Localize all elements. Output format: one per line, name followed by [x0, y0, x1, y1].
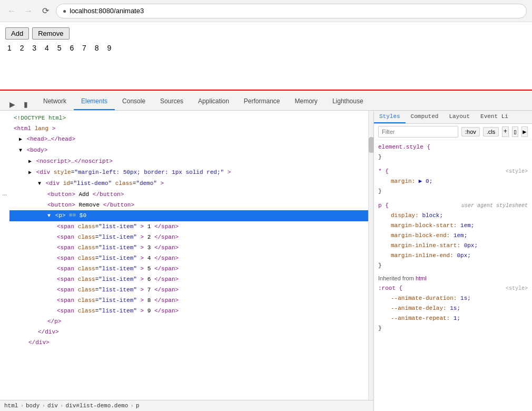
style-close-star: } — [378, 187, 528, 197]
dom-line-btn-add[interactable]: <button> Add </button> — [9, 189, 368, 200]
dom-line-span2[interactable]: <span class="list-item" > 2 </span> — [9, 232, 368, 242]
tab-lighthouse[interactable]: Lighthouse — [325, 91, 371, 110]
style-source-root: <style> — [506, 284, 528, 293]
reload-button[interactable]: ⟳ — [39, 5, 52, 17]
breadcrumb-div[interactable]: div — [47, 403, 58, 409]
dom-line-span4[interactable]: <span class="list-item" > 4 </span> — [9, 253, 368, 263]
tab-application[interactable]: Application — [191, 91, 237, 110]
page-numbers: 1 2 3 4 5 6 7 8 9 — [5, 44, 527, 52]
dom-line-span8[interactable]: <span class="list-item" > 8 </span> — [9, 295, 368, 306]
tab-memory[interactable]: Memory — [288, 91, 325, 110]
style-selector-star: * { <style> — [378, 167, 528, 177]
dom-line-div-close1[interactable]: </div> — [9, 327, 368, 337]
device-icon[interactable]: ▮ — [20, 99, 32, 110]
page-buttons: Add Remove — [5, 27, 527, 40]
style-block-star: * { <style> margin: ▶ 0; } — [378, 167, 528, 197]
ellipsis-button[interactable]: … — [0, 189, 9, 198]
breadcrumb-body[interactable]: body — [26, 403, 40, 409]
dom-line-head[interactable]: ▶ <head>…</head> — [9, 134, 368, 145]
styles-toolbar: :hov .cls + ▯ ▶ — [374, 124, 532, 140]
style-source-star: <style> — [506, 167, 528, 176]
dom-line-p[interactable]: ▼ <p> == $0 — [9, 210, 368, 221]
tab-network[interactable]: Network — [36, 91, 74, 110]
breadcrumb-html[interactable]: html — [4, 403, 18, 409]
dom-line-btn-remove[interactable]: <button> Remove </button> — [9, 200, 368, 210]
style-prop-repeat[interactable]: --animate-repeat: 1; — [378, 314, 528, 324]
dom-line-span7[interactable]: <span class="list-item" > 7 </span> — [9, 285, 368, 295]
dom-breadcrumb: html › body › div › div#list-demo.demo ›… — [0, 400, 373, 411]
ellipsis-col: … — [0, 111, 9, 400]
styles-panel: Styles Computed Layout Event Li :hov .cl… — [374, 111, 532, 411]
styles-tab-layout[interactable]: Layout — [444, 111, 475, 123]
lock-icon: ● — [63, 7, 66, 15]
style-selector-p: p { user agent stylesheet — [378, 201, 528, 211]
inherited-header: Inherited from html — [378, 275, 528, 281]
add-style-button[interactable]: + — [502, 126, 508, 137]
styles-filter-input[interactable] — [378, 126, 458, 138]
style-prop-mbe[interactable]: margin-block-end: 1em; — [378, 231, 528, 241]
style-prop-display[interactable]: display: block; — [378, 211, 528, 221]
more-style-button[interactable]: ▶ — [521, 126, 528, 137]
style-close-root: } — [378, 324, 528, 334]
styles-tab-computed[interactable]: Computed — [406, 111, 444, 123]
style-selector-element: element.style { — [378, 142, 528, 152]
dom-scroll-container: … <!DOCTYPE html> <html lang > ▶ — [0, 111, 373, 400]
styles-content: element.style { } * { <style> margin: ▶ … — [374, 140, 532, 411]
styles-tab-eventli[interactable]: Event Li — [475, 111, 514, 123]
styles-tabs: Styles Computed Layout Event Li — [374, 111, 532, 124]
style-close-p: } — [378, 261, 528, 271]
dom-line-span5[interactable]: <span class="list-item" > 5 </span> — [9, 263, 368, 274]
dom-panel: … <!DOCTYPE html> <html lang > ▶ — [0, 111, 374, 411]
style-source-p: user agent stylesheet — [461, 201, 528, 210]
styles-tab-styles[interactable]: Styles — [374, 111, 406, 123]
dom-line-div-style[interactable]: ▶ <div style="margin-left: 50px; border:… — [9, 167, 368, 178]
back-button[interactable]: ← — [5, 5, 18, 17]
dom-line-noscript[interactable]: ▶ <noscript>…</noscript> — [9, 156, 368, 167]
dom-scrollbar[interactable] — [368, 111, 373, 400]
dom-line-span3[interactable]: <span class="list-item" > 3 </span> — [9, 242, 368, 253]
devtools-panel: ▶ ▮ Network Elements Console Sources App… — [0, 91, 532, 411]
style-prop-mbs[interactable]: margin-block-start: 1em; — [378, 221, 528, 231]
devtools-tabs: ▶ ▮ Network Elements Console Sources App… — [0, 91, 532, 111]
devtools-body: … <!DOCTYPE html> <html lang > ▶ — [0, 111, 532, 411]
tab-sources[interactable]: Sources — [153, 91, 191, 110]
cls-button[interactable]: .cls — [483, 127, 499, 136]
style-prop-mis[interactable]: margin-inline-start: 0px; — [378, 241, 528, 251]
style-block-p: p { user agent stylesheet display: block… — [378, 201, 528, 271]
dom-line-span9[interactable]: <span class="list-item" > 9 </span> — [9, 306, 368, 316]
browser-bar: ← → ⟳ ● localhost:8080/animate3 — [0, 0, 532, 22]
dom-line-div-close2[interactable]: </div> — [9, 337, 368, 348]
breadcrumb-p[interactable]: p — [136, 403, 140, 409]
page-content: Add Remove 1 2 3 4 5 6 7 8 9 — [0, 22, 532, 91]
style-block-root: :root { <style> --animate-duration: 1s; … — [378, 283, 528, 334]
style-prop-duration[interactable]: --animate-duration: 1s; — [378, 293, 528, 304]
url-text: localhost:8080/animate3 — [70, 7, 144, 15]
style-prop-mie[interactable]: margin-inline-end: 0px; — [378, 251, 528, 261]
copy-style-button[interactable]: ▯ — [512, 126, 518, 137]
dom-line-div-demo[interactable]: ▼ <div id="list-demo" class="demo" > — [9, 178, 368, 189]
forward-button[interactable]: → — [22, 5, 35, 17]
dom-line-p-close[interactable]: </p> — [9, 316, 368, 327]
dom-line-body[interactable]: ▼ <body> — [9, 145, 368, 156]
address-bar[interactable]: ● localhost:8080/animate3 — [56, 4, 527, 18]
inspect-icon[interactable]: ▶ — [6, 99, 18, 110]
tab-performance[interactable]: Performance — [237, 91, 288, 110]
remove-button[interactable]: Remove — [32, 27, 69, 40]
devtools-tab-icons: ▶ ▮ — [2, 99, 36, 110]
dom-line-span6[interactable]: <span class="list-item" > 6 </span> — [9, 274, 368, 285]
hov-button[interactable]: :hov — [461, 127, 480, 136]
add-button[interactable]: Add — [5, 27, 29, 40]
style-selector-root: :root { <style> — [378, 283, 528, 293]
style-prop-margin[interactable]: margin: ▶ 0; — [378, 177, 528, 187]
dom-tree: <!DOCTYPE html> <html lang > ▶ <head>…</… — [9, 111, 368, 400]
dom-line-doctype[interactable]: <!DOCTYPE html> — [9, 113, 368, 123]
style-block-element: element.style { } — [378, 142, 528, 162]
tab-elements[interactable]: Elements — [74, 91, 115, 110]
dom-line-span1[interactable]: <span class="list-item" > 1 </span> — [9, 221, 368, 232]
tab-console[interactable]: Console — [115, 91, 153, 110]
style-close-element: } — [378, 152, 528, 162]
dom-line-html[interactable]: <html lang > — [9, 123, 368, 134]
style-prop-delay[interactable]: --animate-delay: 1s; — [378, 304, 528, 314]
breadcrumb-div-demo[interactable]: div#list-demo.demo — [65, 403, 128, 409]
